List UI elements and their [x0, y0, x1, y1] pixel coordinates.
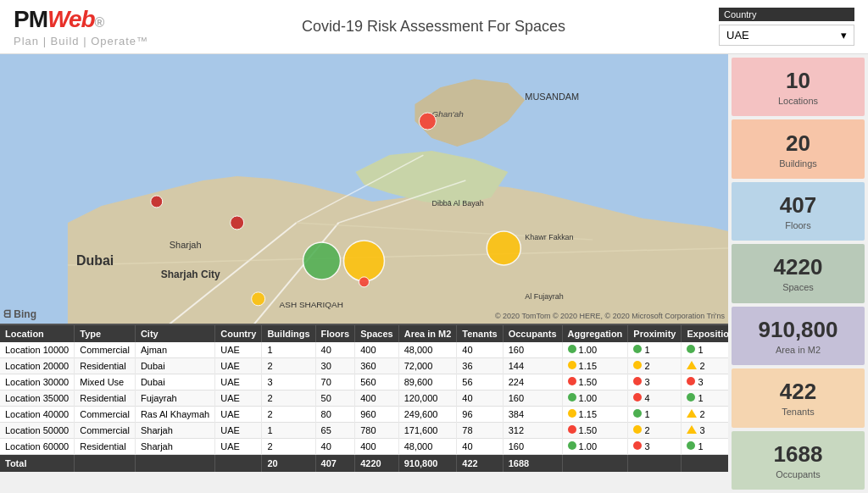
col-occupants: Occupants — [503, 325, 562, 342]
stat-label-occupants: Occupants — [776, 469, 821, 479]
cell-buildings: 3 — [262, 374, 315, 391]
col-city: City — [135, 325, 214, 342]
table-row: Location 10000 Commercial Ajman UAE 1 40… — [0, 342, 728, 358]
exp-icon — [687, 345, 695, 353]
cell-proximity: 4 — [628, 391, 682, 407]
cell-proximity: 3 — [628, 374, 682, 391]
svg-text:ASH SHARIQAH: ASH SHARIQAH — [280, 300, 343, 309]
cell-tenants: 56 — [457, 374, 503, 391]
logo-web: Web — [47, 6, 95, 32]
exp-icon — [687, 393, 695, 402]
logo-pm: PM — [14, 6, 47, 32]
cell-buildings: 2 — [262, 407, 315, 423]
stat-value-occupants: 1688 — [774, 441, 823, 468]
cell-tenants: 40 — [457, 439, 503, 455]
cell-city: Sharjah — [135, 423, 214, 439]
agg-dot — [568, 377, 576, 385]
stat-label-buildings: Buildings — [779, 158, 817, 169]
country-value: UAE — [726, 29, 749, 42]
col-spaces: Spaces — [355, 325, 399, 342]
prox-icon — [633, 409, 642, 418]
col-area: Area in M2 — [398, 325, 457, 342]
svg-text:Khawr Fakkan: Khawr Fakkan — [525, 233, 573, 241]
cell-occupants: 160 — [503, 391, 562, 407]
cell-type: Commercial — [75, 407, 136, 423]
stat-card-area: 910,800 Area in M2 — [732, 307, 865, 365]
cell-floors: 50 — [315, 391, 355, 407]
prox-icon — [633, 441, 642, 450]
cell-aggregation: 1.15 — [562, 358, 628, 374]
cell-area: 48,000 — [398, 439, 457, 455]
footer-occupants: 1688 — [503, 455, 562, 473]
agg-dot — [568, 345, 576, 353]
exp-icon — [687, 425, 697, 434]
table-body: Location 10000 Commercial Ajman UAE 1 40… — [0, 342, 728, 455]
cell-tenants: 40 — [457, 342, 503, 358]
cell-city: Dubai — [135, 374, 214, 391]
cell-buildings: 1 — [262, 423, 315, 439]
stat-label-floors: Floors — [785, 220, 811, 230]
table-row: Location 60000 Residential Sharjah UAE 2… — [0, 439, 728, 455]
col-exposition: Exposition — [682, 325, 728, 342]
svg-text:Dibbā Al Bayah: Dibbā Al Bayah — [431, 199, 483, 208]
cell-type: Commercial — [75, 342, 136, 358]
stat-card-locations: 10 Locations — [732, 58, 865, 116]
cell-type: Residential — [75, 439, 136, 455]
cell-spaces: 400 — [355, 342, 399, 358]
footer-floors: 407 — [315, 455, 355, 473]
page-title: Covid-19 Risk Assessment For Spaces — [148, 18, 719, 36]
table-row: Location 30000 Mixed Use Dubai UAE 3 70 … — [0, 374, 728, 391]
bing-watermark: ᗺ Bing — [3, 308, 36, 320]
agg-dot — [568, 409, 576, 418]
stats-panel: 10 Locations 20 Buildings 407 Floors 422… — [728, 54, 868, 493]
prox-icon — [633, 361, 642, 369]
cell-spaces: 400 — [355, 439, 399, 455]
exp-icon — [687, 377, 695, 385]
stat-label-tenants: Tenants — [782, 407, 815, 417]
cell-aggregation: 1.50 — [562, 423, 628, 439]
stat-value-spaces: 4220 — [774, 254, 823, 280]
data-table-container[interactable]: Location Type City Country Buildings Flo… — [0, 324, 728, 493]
cell-buildings: 2 — [262, 391, 315, 407]
stat-value-locations: 10 — [786, 68, 810, 94]
col-type: Type — [75, 325, 136, 342]
agg-dot — [568, 361, 576, 369]
cell-floors: 40 — [315, 342, 355, 358]
cell-spaces: 400 — [355, 391, 399, 407]
country-dropdown[interactable]: UAE ▾ — [719, 25, 854, 46]
svg-point-20 — [151, 196, 163, 208]
svg-point-22 — [359, 277, 370, 287]
exp-icon — [687, 441, 695, 450]
stat-value-area: 910,800 — [759, 317, 838, 343]
cell-location: Location 60000 — [0, 439, 75, 455]
cell-area: 72,000 — [398, 358, 457, 374]
table-row: Location 40000 Commercial Ras Al Khaymah… — [0, 407, 728, 423]
footer-spaces: 4220 — [355, 455, 399, 473]
cell-tenants: 78 — [457, 423, 503, 439]
cell-buildings: 2 — [262, 358, 315, 374]
cell-buildings: 1 — [262, 342, 315, 358]
cell-location: Location 20000 — [0, 358, 75, 374]
footer-tenants: 422 — [457, 455, 503, 473]
cell-area: 48,000 — [398, 342, 457, 358]
stat-value-tenants: 422 — [780, 379, 816, 405]
cell-city: Ajman — [135, 342, 214, 358]
footer-area: 910,800 — [398, 455, 457, 473]
svg-point-23 — [252, 292, 265, 306]
cell-location: Location 40000 — [0, 407, 75, 423]
cell-country: UAE — [215, 439, 262, 455]
cell-location: Location 50000 — [0, 423, 75, 439]
cell-country: UAE — [215, 391, 262, 407]
left-panel: MUSANDAM Dibbā Al Bayah Khawr Fakkan ASH… — [0, 54, 728, 493]
stat-card-spaces: 4220 Spaces — [732, 244, 865, 302]
cell-area: 249,600 — [398, 407, 457, 423]
map-copyright: © 2020 TomTom © 2020 HERE, © 2020 Micros… — [495, 312, 725, 320]
exp-icon — [687, 409, 697, 418]
cell-tenants: 40 — [457, 391, 503, 407]
cell-proximity: 2 — [628, 358, 682, 374]
cell-tenants: 36 — [457, 358, 503, 374]
cell-spaces: 360 — [355, 358, 399, 374]
map-container[interactable]: MUSANDAM Dibbā Al Bayah Khawr Fakkan ASH… — [0, 54, 728, 324]
svg-text:Al Fujayrah: Al Fujayrah — [525, 292, 563, 301]
col-location: Location — [0, 325, 75, 342]
